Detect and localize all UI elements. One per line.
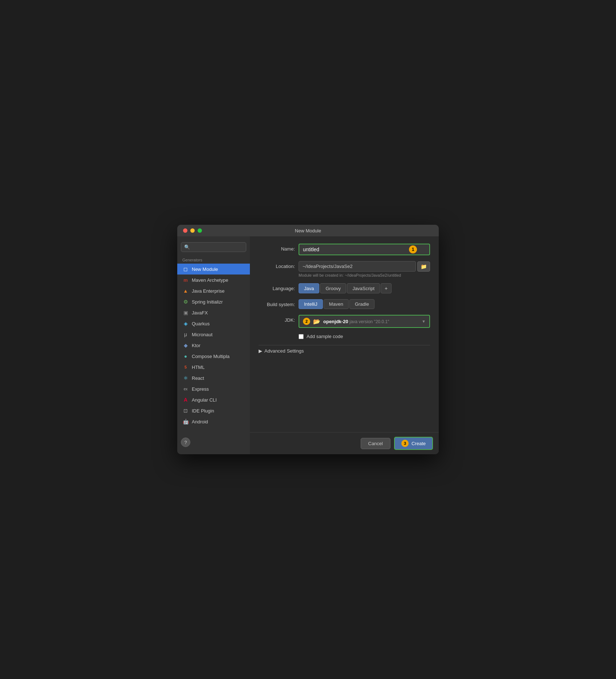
- sidebar-item-label: New Module: [192, 267, 218, 272]
- build-intellij-button[interactable]: IntelliJ: [299, 299, 323, 309]
- sidebar-item-label: Compose Multipla: [192, 354, 230, 359]
- sidebar-item-spring-initializr[interactable]: ⚙ Spring Initializr: [177, 296, 250, 307]
- ktor-icon: ◆: [182, 342, 189, 349]
- build-system-row: Build system: IntelliJ Maven Gradle: [259, 299, 430, 309]
- sidebar-item-label: Angular CLI: [192, 397, 217, 403]
- quarkus-icon: ◈: [182, 320, 189, 327]
- java-enterprise-icon: ▲: [182, 288, 189, 294]
- sidebar-item-ktor[interactable]: ◆ Ktor: [177, 340, 250, 351]
- sidebar-item-compose[interactable]: ● Compose Multipla: [177, 351, 250, 362]
- location-input-row: 📁: [299, 261, 430, 272]
- location-wrapper: 📁 Module will be created in: ~/IdeaProje…: [299, 261, 430, 277]
- ide-plugin-icon: ⊡: [182, 407, 189, 414]
- sidebar-item-label: Express: [192, 386, 209, 392]
- search-icon: 🔍: [184, 244, 190, 250]
- sidebar-item-react[interactable]: ⚛ React: [177, 373, 250, 383]
- sidebar-item-label: JavaFX: [192, 310, 208, 316]
- sidebar-item-label: Quarkus: [192, 321, 210, 326]
- sidebar-item-javafx[interactable]: ▣ JavaFX: [177, 307, 250, 318]
- sidebar-item-angular[interactable]: A Angular CLI: [177, 394, 250, 405]
- main-content: Name: 1 Location: 📁 Module will be c: [250, 236, 439, 432]
- name-label: Name:: [259, 244, 295, 252]
- advanced-settings-row[interactable]: ▶ Advanced Settings: [259, 345, 430, 357]
- sidebar-item-android[interactable]: 🤖 Android: [177, 416, 250, 427]
- sidebar-item-ide-plugin[interactable]: ⊡ IDE Plugin: [177, 405, 250, 416]
- jdk-text: openjdk-20 java version "20.0.1": [323, 319, 419, 324]
- sample-code-label: Add sample code: [307, 334, 343, 339]
- sidebar: 🔍 Generators ◻ New Module m Maven Archet…: [177, 236, 250, 454]
- build-system-label: Build system:: [259, 299, 295, 307]
- sidebar-bottom: ?: [177, 434, 250, 451]
- sidebar-item-label: HTML: [192, 365, 204, 370]
- minimize-button[interactable]: [190, 228, 195, 233]
- jdk-folder-icon: 📂: [313, 318, 320, 325]
- jdk-badge: 2: [303, 318, 310, 325]
- dialog-title: New Module: [295, 228, 321, 233]
- bottom-bar: Cancel 3 Create: [250, 432, 439, 454]
- sidebar-item-label: Android: [192, 419, 208, 424]
- sidebar-item-new-module[interactable]: ◻ New Module: [177, 264, 250, 275]
- cancel-button[interactable]: Cancel: [361, 438, 390, 449]
- name-badge: 1: [409, 245, 417, 253]
- react-icon: ⚛: [182, 375, 189, 381]
- sidebar-item-label: Spring Initializr: [192, 299, 223, 305]
- name-field-wrapper: 1: [299, 244, 430, 255]
- create-badge: 3: [401, 440, 409, 447]
- jdk-version-name: openjdk-20: [323, 319, 348, 324]
- create-label: Create: [412, 441, 426, 446]
- language-javascript-button[interactable]: JavaScript: [347, 283, 380, 293]
- sample-code-checkbox[interactable]: [299, 334, 304, 339]
- create-button[interactable]: 3 Create: [394, 437, 433, 450]
- maximize-button[interactable]: [198, 228, 202, 233]
- new-module-icon: ◻: [182, 266, 189, 272]
- maven-icon: m: [182, 277, 189, 283]
- dialog-body: 🔍 Generators ◻ New Module m Maven Archet…: [177, 236, 439, 454]
- jdk-row: JDK: 2 📂 openjdk-20 java version "20.0.1…: [259, 315, 430, 328]
- sample-code-row: Add sample code: [299, 334, 430, 339]
- build-gradle-button[interactable]: Gradle: [349, 299, 374, 309]
- sidebar-item-micronaut[interactable]: μ Micronaut: [177, 329, 250, 340]
- advanced-settings-label: Advanced Settings: [264, 348, 304, 354]
- help-button[interactable]: ?: [181, 438, 190, 447]
- language-java-button[interactable]: Java: [299, 283, 319, 293]
- close-button[interactable]: [183, 228, 187, 233]
- search-box[interactable]: 🔍: [181, 242, 246, 252]
- sidebar-item-maven-archetype[interactable]: m Maven Archetype: [177, 275, 250, 285]
- micronaut-icon: μ: [182, 331, 189, 338]
- javafx-icon: ▣: [182, 309, 189, 316]
- sidebar-item-label: IDE Plugin: [192, 408, 214, 414]
- compose-icon: ●: [182, 353, 189, 359]
- add-language-button[interactable]: +: [381, 283, 392, 293]
- new-module-dialog: New Module 🔍 Generators ◻ New Module m M…: [177, 225, 439, 454]
- name-row: Name: 1: [259, 244, 430, 255]
- location-input[interactable]: [299, 261, 416, 272]
- sidebar-item-label: Maven Archetype: [192, 277, 228, 283]
- sidebar-item-express[interactable]: ex Express: [177, 383, 250, 394]
- generators-label: Generators: [177, 256, 250, 264]
- jdk-version-string: java version "20.0.1": [349, 319, 389, 324]
- language-label: Language:: [259, 283, 295, 291]
- search-input[interactable]: [192, 245, 243, 250]
- android-icon: 🤖: [182, 418, 189, 425]
- location-label: Location:: [259, 261, 295, 269]
- sidebar-item-html[interactable]: 5 HTML: [177, 362, 250, 373]
- chevron-right-icon: ▶: [259, 348, 262, 354]
- browse-button[interactable]: 📁: [417, 261, 430, 272]
- html-icon: 5: [182, 364, 189, 370]
- language-groovy-button[interactable]: Groovy: [320, 283, 346, 293]
- spring-icon: ⚙: [182, 298, 189, 305]
- jdk-dropdown[interactable]: 2 📂 openjdk-20 java version "20.0.1" ▼: [299, 315, 430, 328]
- sidebar-item-java-enterprise[interactable]: ▲ Java Enterprise: [177, 285, 250, 296]
- sidebar-item-label: React: [192, 375, 204, 381]
- language-row: Language: Java Groovy JavaScript +: [259, 283, 430, 293]
- sidebar-item-quarkus[interactable]: ◈ Quarkus: [177, 318, 250, 329]
- jdk-label: JDK:: [259, 315, 295, 323]
- build-maven-button[interactable]: Maven: [324, 299, 349, 309]
- build-button-group: IntelliJ Maven Gradle: [299, 299, 430, 309]
- sidebar-item-label: Java Enterprise: [192, 288, 224, 294]
- sidebar-item-label: Micronaut: [192, 332, 212, 337]
- sidebar-item-label: Ktor: [192, 343, 200, 348]
- title-bar: New Module: [177, 225, 439, 236]
- language-button-group: Java Groovy JavaScript +: [299, 283, 430, 293]
- express-icon: ex: [182, 386, 189, 392]
